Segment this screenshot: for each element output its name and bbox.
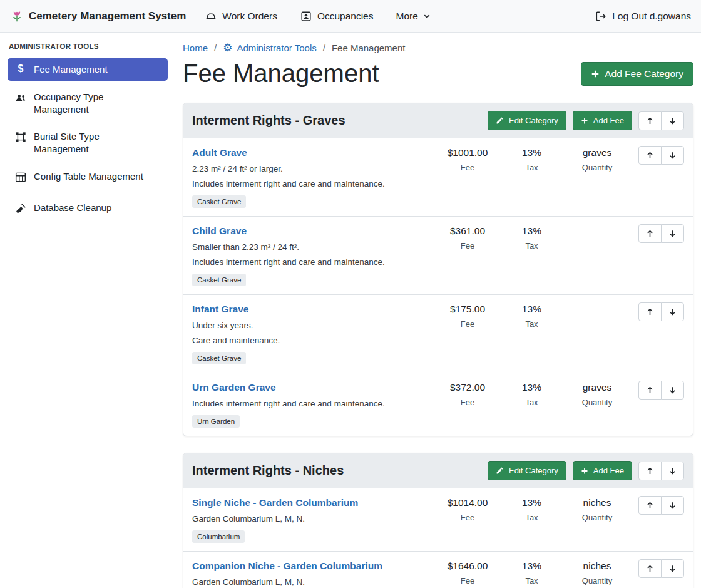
fee-name-link[interactable]: Child Grave (192, 225, 247, 237)
logout-link[interactable]: Log Out d.gowans (595, 10, 691, 23)
sidebar-item-label: Fee Management (34, 63, 108, 76)
fee-category-card: Interment Rights - Niches Edit Category … (183, 453, 693, 588)
add-fee-button[interactable]: Add Fee (573, 461, 632, 480)
edit-category-button[interactable]: Edit Category (488, 461, 566, 480)
tax-label: Tax (499, 398, 565, 407)
add-fee-category-button[interactable]: Add Fee Category (581, 62, 693, 86)
tax-value: 13% (499, 304, 565, 315)
fee-name-link[interactable]: Adult Grave (192, 147, 247, 158)
add-fee-category-label: Add Fee Category (605, 68, 683, 80)
nav-work-orders[interactable]: Work Orders (205, 10, 277, 23)
plus-icon (591, 70, 600, 78)
sidebar-item-burial-site-type-management[interactable]: Burial Site Type Management (8, 125, 168, 160)
fee-quantity-column: Quantity (565, 224, 630, 239)
fee-quantity-column: graves Quantity (565, 146, 630, 172)
arrow-up-icon (646, 386, 654, 395)
plus-icon (581, 467, 588, 475)
category-move-up-button[interactable] (638, 111, 662, 130)
fee-tax-column: 13% Tax (499, 224, 565, 250)
fee-quantity-column: graves Quantity (565, 381, 630, 407)
arrow-down-icon (668, 467, 677, 475)
quantity-label: Quantity (565, 576, 630, 585)
sidebar-item-label: Database Cleanup (34, 202, 111, 214)
category-move-down-button[interactable] (661, 462, 684, 480)
arrow-down-icon (668, 307, 677, 316)
fee-amount: $361.00 (436, 225, 499, 237)
arrow-up-icon (646, 151, 654, 160)
category-header: Interment Rights - Graves Edit Category … (183, 103, 693, 138)
fee-label: Fee (436, 398, 499, 407)
fee-move-up-button[interactable] (638, 302, 662, 321)
nav-occupancies[interactable]: Occupancies (300, 10, 374, 23)
breadcrumb-admin-tools-link[interactable]: ⚙ Administrator Tools (223, 43, 317, 53)
fee-amount-column: $175.00 Fee (436, 302, 499, 329)
sidebar-heading: ADMINISTRATOR TOOLS (9, 43, 166, 50)
fee-row: Adult Grave 2.23 m² / 24 ft² or larger.I… (183, 138, 693, 217)
sidebar-item-config-table-management[interactable]: Config Table Management (8, 165, 168, 192)
fee-amount: $1646.00 (436, 560, 499, 572)
arrow-up-icon (646, 116, 654, 125)
tax-label: Tax (499, 319, 565, 329)
fee-amount: $175.00 (436, 304, 499, 315)
broom-icon (14, 202, 27, 218)
breadcrumb-current: Fee Management (332, 43, 406, 53)
fee-move-up-button[interactable] (638, 146, 662, 165)
fee-row: Child Grave Smaller than 2.23 m² / 24 ft… (183, 217, 693, 295)
category-move-up-button[interactable] (638, 462, 662, 480)
category-move-down-button[interactable] (661, 111, 684, 130)
fee-description-line: Includes interment right and care and ma… (192, 257, 430, 267)
quantity-unit: graves (565, 382, 630, 393)
breadcrumb-home-link[interactable]: Home (183, 43, 208, 53)
nav-work-orders-label: Work Orders (222, 11, 277, 22)
fee-move-down-button[interactable] (661, 381, 684, 400)
fee-amount-column: $361.00 Fee (436, 224, 499, 250)
sidebar-item-label: Config Table Management (34, 170, 143, 183)
sidebar-item-fee-management[interactable]: $ Fee Management (8, 58, 168, 81)
tax-value: 13% (499, 225, 565, 237)
fee-move-up-button[interactable] (638, 496, 662, 515)
sidebar-item-database-cleanup[interactable]: Database Cleanup (8, 197, 168, 223)
fee-quantity-column: niches Quantity (565, 559, 630, 585)
fee-name-link[interactable]: Single Niche - Garden Columbarium (192, 497, 358, 508)
category-header: Interment Rights - Niches Edit Category … (183, 453, 693, 488)
hard-hat-icon (205, 10, 217, 23)
fee-move-up-button[interactable] (638, 381, 662, 400)
add-fee-button[interactable]: Add Fee (573, 111, 632, 130)
fee-categories-list: Interment Rights - Graves Edit Category … (183, 103, 693, 588)
fee-move-down-button[interactable] (661, 559, 684, 578)
fee-name-link[interactable]: Urn Garden Grave (192, 382, 276, 393)
fee-name-link[interactable]: Infant Grave (192, 304, 248, 315)
fee-move-down-button[interactable] (661, 224, 684, 243)
pencil-icon (496, 116, 504, 125)
logout-icon (595, 10, 607, 23)
nav-more[interactable]: More (396, 11, 431, 22)
fee-move-up-button[interactable] (638, 559, 662, 578)
edit-category-button[interactable]: Edit Category (488, 111, 566, 130)
app-brand[interactable]: Cemetery Management System (10, 9, 186, 23)
app-title: Cemetery Management System (29, 10, 186, 23)
fee-move-down-button[interactable] (661, 146, 684, 165)
arrow-up-icon (646, 467, 654, 475)
fee-tax-column: 13% Tax (499, 302, 565, 329)
sidebar-item-occupancy-type-management[interactable]: Occupancy Type Management (8, 86, 168, 121)
fee-type-badge: Columbarium (192, 530, 245, 543)
quantity-label: Quantity (565, 163, 630, 172)
quantity-unit: graves (565, 147, 630, 158)
gear-icon: ⚙ (223, 43, 232, 53)
fee-move-up-button[interactable] (638, 224, 662, 243)
tax-label: Tax (499, 513, 565, 522)
fee-move-down-button[interactable] (661, 496, 684, 515)
occupancy-icon (300, 10, 312, 23)
tax-label: Tax (499, 241, 565, 250)
fee-reorder-buttons (638, 381, 684, 400)
fee-type-badge: Casket Grave (192, 195, 246, 208)
fee-description-line: Includes interment right and care and ma… (192, 399, 430, 408)
fee-label: Fee (436, 163, 499, 172)
fee-list: Adult Grave 2.23 m² / 24 ft² or larger.I… (183, 138, 693, 436)
fee-name-link[interactable]: Companion Niche - Garden Columbarium (192, 560, 382, 572)
logout-label: Log Out d.gowans (612, 11, 691, 22)
fee-reorder-buttons (638, 496, 684, 515)
fee-tax-column: 13% Tax (499, 496, 565, 522)
main-nav: Work Orders Occupancies More (205, 10, 431, 23)
fee-move-down-button[interactable] (661, 302, 684, 321)
